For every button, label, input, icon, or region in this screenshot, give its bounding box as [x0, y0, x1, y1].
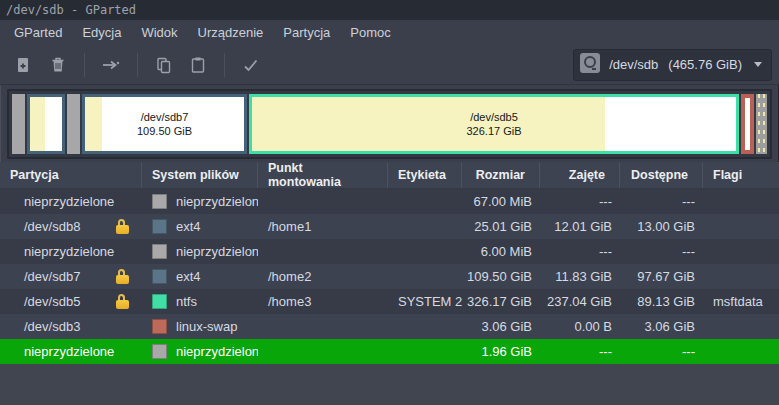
- partition-name: /dev/sdb5: [24, 294, 116, 309]
- table-row-unallocated-2[interactable]: nieprzydzielone nieprzydzielone 6.00 MiB…: [0, 239, 779, 264]
- free-value: ---: [620, 339, 703, 364]
- flags-value: [703, 314, 779, 339]
- device-selector[interactable]: /dev/sdb (465.76 GiB): [573, 49, 772, 81]
- table-row-unallocated-selected[interactable]: nieprzydzielone nieprzydzielone 1.96 GiB…: [0, 339, 779, 364]
- fs-color-swatch: [152, 194, 167, 209]
- used-space-fill: [30, 97, 45, 151]
- used-value: 0.00 B: [540, 314, 620, 339]
- menu-widok[interactable]: Widok: [131, 22, 187, 43]
- new-partition-button[interactable]: [7, 50, 41, 80]
- segment-label: /dev/sdb7 109.50 GiB: [85, 97, 244, 151]
- free-value: 97.67 GiB: [620, 264, 703, 289]
- fs-color-swatch: [152, 319, 167, 334]
- menu-urzadzenie[interactable]: Urządzenie: [188, 22, 274, 43]
- partition-name: nieprzydzielone: [24, 194, 134, 209]
- menubar: GParted Edycja Widok Urządzenie Partycja…: [0, 20, 779, 45]
- toolbar-separator: [84, 53, 85, 77]
- chevron-down-icon: [754, 62, 762, 67]
- menu-gparted[interactable]: GParted: [4, 22, 72, 43]
- fs-label: [388, 214, 462, 239]
- apply-operations-button[interactable]: [234, 50, 268, 80]
- size-value: 67.00 MiB: [462, 189, 540, 214]
- paste-button[interactable]: [181, 50, 215, 80]
- partition-name: /dev/sdb7: [24, 269, 116, 284]
- diskbar-segment-sdb7[interactable]: /dev/sdb7 109.50 GiB: [82, 94, 247, 154]
- column-header-flagi: Flagi: [703, 162, 779, 188]
- diskbar-segment-unallocated-selected[interactable]: [756, 94, 767, 154]
- menu-pomoc[interactable]: Pomoc: [340, 22, 400, 43]
- table-row-sdb3[interactable]: /dev/sdb3 linux-swap 3.06 GiB 0.00 B 3.0…: [0, 314, 779, 339]
- table-header: Partycja System plików Punkt montowania …: [0, 162, 779, 189]
- size-value: 109.50 GiB: [462, 264, 540, 289]
- flags-value: msftdata: [703, 289, 779, 314]
- toolbar-separator: [224, 53, 225, 77]
- column-header-etykieta: Etykieta: [388, 162, 462, 188]
- used-value: ---: [540, 189, 620, 214]
- free-value: 13.00 GiB: [620, 214, 703, 239]
- fs-label: [388, 264, 462, 289]
- column-header-zajete: Zajęte: [540, 162, 620, 188]
- fs-name: ext4: [176, 269, 201, 284]
- fs-label: SYSTEM 2: [388, 289, 462, 314]
- mount-point: [258, 239, 388, 264]
- diskbar-segment-sdb3[interactable]: [741, 94, 754, 154]
- fs-label: [388, 189, 462, 214]
- diskbar-segment-unallocated-1[interactable]: [12, 94, 25, 154]
- used-value: ---: [540, 239, 620, 264]
- size-value: 25.01 GiB: [462, 214, 540, 239]
- used-value: 12.01 GiB: [540, 214, 620, 239]
- free-value: ---: [620, 189, 703, 214]
- size-value: 326.17 GiB: [462, 289, 540, 314]
- flags-value: [703, 339, 779, 364]
- fs-name: ext4: [176, 219, 201, 234]
- segment-label: /dev/sdb5 326.17 GiB: [252, 97, 736, 151]
- diskbar-segment-sdb8[interactable]: [27, 94, 65, 154]
- mount-point: [258, 189, 388, 214]
- fs-color-swatch: [152, 294, 167, 309]
- partition-name: nieprzydzielone: [24, 344, 134, 359]
- mount-point: /home2: [258, 264, 388, 289]
- titlebar[interactable]: /dev/sdb - GParted: [0, 0, 779, 20]
- table-empty-area: [0, 364, 779, 405]
- gparted-window: /dev/sdb - GParted GParted Edycja Widok …: [0, 0, 779, 405]
- flags-value: [703, 214, 779, 239]
- mount-point: /home1: [258, 214, 388, 239]
- disk-graphic-bar: /dev/sdb7 109.50 GiB /dev/sdb5 326.17 Gi…: [7, 89, 772, 159]
- diskbar-segment-sdb5[interactable]: /dev/sdb5 326.17 GiB: [249, 94, 739, 154]
- document-plus-icon: [15, 56, 33, 74]
- column-header-system-plikow: System plików: [142, 162, 258, 188]
- free-value: ---: [620, 239, 703, 264]
- trash-icon: [49, 56, 67, 74]
- table-row-sdb8[interactable]: /dev/sdb8 ext4 /home1 25.01 GiB 12.01 Gi…: [0, 214, 779, 239]
- column-header-rozmiar: Rozmiar: [462, 162, 540, 188]
- used-value: 11.83 GiB: [540, 264, 620, 289]
- size-value: 3.06 GiB: [462, 314, 540, 339]
- table-row-sdb7[interactable]: /dev/sdb7 ext4 /home2 109.50 GiB 11.83 G…: [0, 264, 779, 289]
- menu-partycja[interactable]: Partycja: [273, 22, 340, 43]
- window-title: /dev/sdb - GParted: [6, 3, 136, 17]
- used-value: ---: [540, 339, 620, 364]
- column-header-partycja: Partycja: [0, 162, 142, 188]
- flags-value: [703, 239, 779, 264]
- copy-button[interactable]: [147, 50, 181, 80]
- flags-value: [703, 264, 779, 289]
- table-row-sdb5[interactable]: /dev/sdb5 ntfs /home3 SYSTEM 2 326.17 Gi…: [0, 289, 779, 314]
- fs-label: [388, 314, 462, 339]
- menu-edycja[interactable]: Edycja: [72, 22, 131, 43]
- resize-move-button[interactable]: [94, 50, 128, 80]
- flags-value: [703, 189, 779, 214]
- drive-icon: [579, 52, 601, 77]
- partition-name: /dev/sdb8: [24, 219, 116, 234]
- table-row-unallocated-1[interactable]: nieprzydzielone nieprzydzielone 67.00 Mi…: [0, 189, 779, 214]
- device-size: (465.76 GiB): [668, 57, 742, 72]
- mount-point: [258, 314, 388, 339]
- size-value: 6.00 MiB: [462, 239, 540, 264]
- arrow-right-icon: [101, 56, 121, 74]
- mount-point: /home3: [258, 289, 388, 314]
- partition-table: Partycja System plików Punkt montowania …: [0, 162, 779, 405]
- mount-point: [258, 339, 388, 364]
- diskbar-segment-unallocated-2[interactable]: [67, 94, 80, 154]
- fs-name: nieprzydzielone: [176, 194, 258, 209]
- fs-color-swatch: [152, 344, 167, 359]
- delete-partition-button[interactable]: [41, 50, 75, 80]
